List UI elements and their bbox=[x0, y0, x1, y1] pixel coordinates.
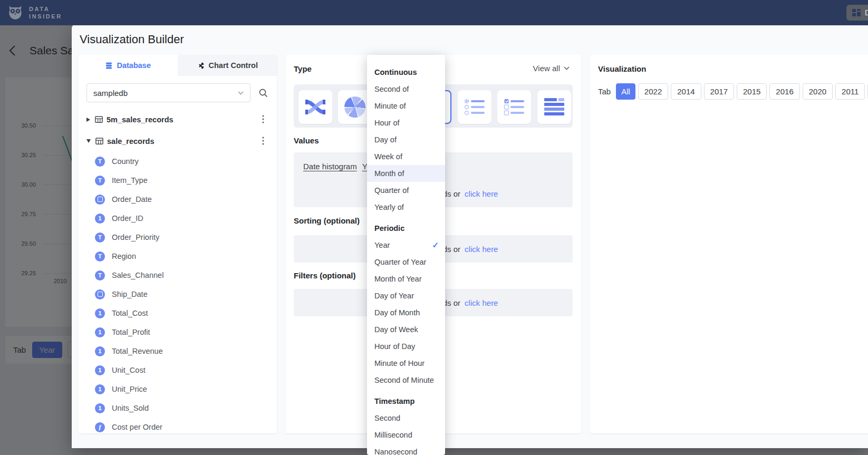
field-row[interactable]: 1Order_ID bbox=[78, 209, 277, 228]
dropdown-item-label: Minute of bbox=[374, 102, 406, 110]
viz-tab-2016[interactable]: 2016 bbox=[769, 83, 799, 100]
dropdown-item[interactable]: Day of Week bbox=[367, 321, 445, 338]
database-select[interactable]: sampledb bbox=[86, 83, 250, 102]
dropdown-item[interactable]: Second bbox=[367, 410, 445, 427]
dropdown-item[interactable]: Millisecond bbox=[367, 427, 445, 443]
field-row[interactable]: 1Total_Revenue bbox=[78, 342, 277, 361]
table-row[interactable]: 5m_sales_records bbox=[78, 109, 277, 130]
dropdown-item[interactable]: Minute of bbox=[367, 98, 445, 114]
field-row[interactable]: ƒCost per Order bbox=[78, 418, 277, 437]
sankey-icon bbox=[305, 98, 326, 117]
dropdown-item[interactable]: Month of bbox=[367, 165, 445, 182]
field-name: Order_Priority bbox=[112, 233, 159, 241]
dropdown-item[interactable]: Day of Year bbox=[367, 287, 445, 304]
viz-tab-2011[interactable]: 2011 bbox=[835, 83, 865, 100]
dropdown-item[interactable]: Day of Month bbox=[367, 304, 445, 321]
viz-tab-2020[interactable]: 2020 bbox=[803, 83, 833, 100]
field-row[interactable]: TRegion bbox=[78, 247, 277, 266]
dropdown-item[interactable]: Yearly of bbox=[367, 199, 445, 216]
dropdown-item[interactable]: Hour of bbox=[367, 114, 445, 131]
viz-tab-all[interactable]: All bbox=[616, 83, 635, 100]
dropdown-item-label: Month of bbox=[374, 169, 404, 178]
dropdown-item[interactable]: Nanosecond bbox=[367, 443, 445, 455]
field-row[interactable]: TOrder_Priority bbox=[78, 228, 277, 247]
dropdown-item-label: Yearly of bbox=[374, 203, 404, 211]
text-field-icon: T bbox=[95, 233, 105, 243]
tab-database[interactable]: Database bbox=[78, 55, 178, 76]
kebab-menu-icon[interactable] bbox=[262, 137, 264, 145]
date-unit-dropdown: ContinuousSecond ofMinute ofHour ofDay o… bbox=[367, 55, 445, 455]
dropdown-item-label: Year bbox=[374, 241, 390, 249]
click-here-link[interactable]: click here bbox=[465, 245, 498, 254]
table-row[interactable]: sale_records bbox=[78, 130, 277, 152]
field-name: Ship_Date bbox=[112, 290, 148, 298]
dropdown-item[interactable]: Second of bbox=[367, 81, 445, 98]
field-row[interactable]: 1Total_Cost bbox=[78, 304, 277, 323]
table-icon bbox=[544, 98, 564, 116]
dropdown-item[interactable]: Quarter of Year bbox=[367, 254, 445, 270]
field-name: Units_Sold bbox=[112, 404, 149, 412]
field-row[interactable]: 1Unit_Cost bbox=[78, 361, 277, 380]
field-row[interactable]: 1Total_Profit bbox=[78, 323, 277, 342]
field-row[interactable]: TSales_Channel bbox=[78, 266, 277, 285]
dashboard-button[interactable]: D bbox=[846, 5, 868, 21]
database-select-value: sampledb bbox=[93, 89, 128, 98]
dropdown-item[interactable]: Month of Year bbox=[367, 270, 445, 287]
view-all-label: View all bbox=[533, 64, 560, 73]
pie-icon bbox=[344, 96, 365, 118]
dropdown-item[interactable]: Week of bbox=[367, 148, 445, 165]
dropdown-section-header: Continuous bbox=[367, 64, 445, 81]
calendar-glyph bbox=[98, 292, 103, 297]
checkmark-icon: ✓ bbox=[432, 240, 439, 250]
date-histogram-chip[interactable]: Date histogram bbox=[303, 162, 357, 171]
kebab-menu-icon[interactable] bbox=[262, 115, 264, 123]
dropdown-item[interactable]: Year✓ bbox=[367, 237, 445, 254]
view-all-button[interactable]: View all bbox=[533, 64, 570, 73]
dropdown-item-label: Day of Week bbox=[374, 325, 418, 334]
number-field-icon: 1 bbox=[95, 308, 105, 318]
field-row[interactable]: Ship_Date bbox=[78, 285, 277, 304]
field-row[interactable]: 1Units_Sold bbox=[78, 399, 277, 418]
field-row[interactable]: TCountry bbox=[78, 152, 277, 171]
number-field-icon: 1 bbox=[95, 346, 105, 356]
viz-tab-2022[interactable]: 2022 bbox=[638, 83, 668, 100]
dropdown-item-label: Second of Minute bbox=[374, 376, 434, 384]
search-icon[interactable] bbox=[258, 88, 268, 98]
field-row[interactable]: Order_Date bbox=[78, 190, 277, 209]
viz-tab-2017[interactable]: 2017 bbox=[704, 83, 734, 100]
dropdown-item[interactable]: Quarter of bbox=[367, 182, 445, 199]
visualization-tab-row: Tab All202220142017201520162020201120192… bbox=[598, 83, 868, 100]
number-field-icon: 1 bbox=[95, 214, 105, 224]
click-here-link[interactable]: click here bbox=[465, 189, 498, 198]
chevron-right-icon[interactable] bbox=[86, 118, 90, 122]
dropdown-item[interactable]: Day of bbox=[367, 131, 445, 148]
dropdown-item-label: Minute of Hour bbox=[374, 359, 425, 367]
field-row[interactable]: 1Unit_Price bbox=[78, 380, 277, 399]
field-name: Total_Cost bbox=[112, 309, 148, 317]
tab-chart-control[interactable]: Chart Control bbox=[178, 55, 277, 76]
field-name: Unit_Price bbox=[112, 385, 147, 393]
dropdown-item[interactable]: Second of Minute bbox=[367, 372, 445, 389]
field-row[interactable]: TItem_Type bbox=[78, 171, 277, 190]
filters-section-label: Filters (optional) bbox=[294, 271, 356, 280]
checkbox-list-icon bbox=[504, 98, 525, 116]
owl-logo-icon bbox=[6, 4, 24, 22]
tab-database-label: Database bbox=[117, 61, 151, 70]
click-here-link[interactable]: click here bbox=[465, 298, 498, 307]
chart-type-tile[interactable] bbox=[298, 90, 332, 124]
chart-type-tile[interactable] bbox=[458, 90, 491, 124]
field-name: Total_Revenue bbox=[112, 347, 163, 355]
dropdown-item-label: Day of bbox=[374, 135, 397, 144]
dropdown-item[interactable]: Hour of Day bbox=[367, 338, 445, 355]
dropdown-item[interactable]: Minute of Hour bbox=[367, 355, 445, 372]
dropdown-item-label: Quarter of bbox=[374, 186, 409, 195]
tab-chart-control-label: Chart Control bbox=[209, 61, 258, 70]
text-field-icon: T bbox=[95, 176, 105, 186]
chevron-down-icon[interactable] bbox=[86, 139, 91, 143]
chart-type-tile[interactable] bbox=[497, 90, 531, 124]
chart-type-tile[interactable] bbox=[537, 90, 571, 124]
viz-tab-2015[interactable]: 2015 bbox=[737, 83, 767, 100]
field-name: Cost per Order bbox=[112, 423, 162, 431]
number-field-icon: 1 bbox=[95, 403, 105, 413]
viz-tab-2014[interactable]: 2014 bbox=[671, 83, 701, 100]
